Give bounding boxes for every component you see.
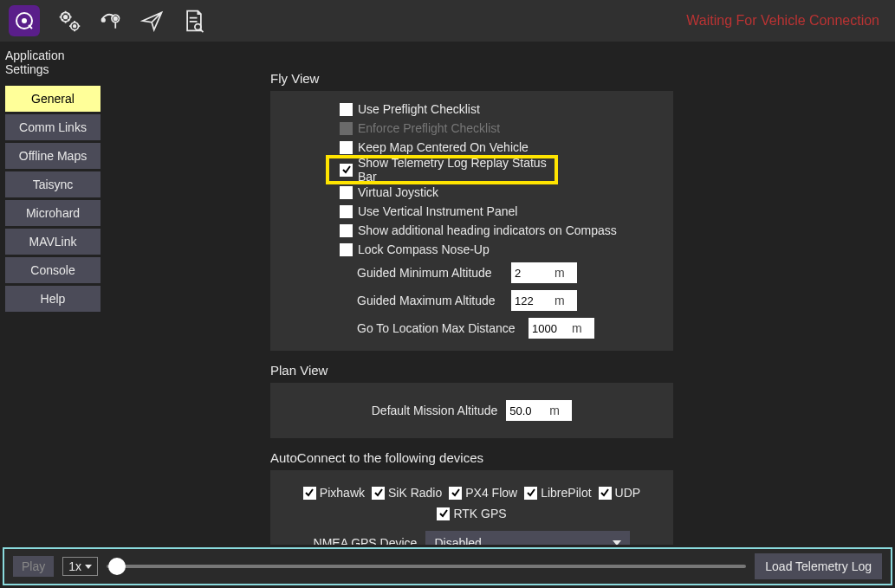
- checkbox-icon[interactable]: [449, 487, 462, 500]
- settings-main: Fly View Use Preflight Checklist Enforce…: [106, 42, 895, 545]
- settings-gears-icon[interactable]: [57, 9, 81, 33]
- sidebar-item-microhard[interactable]: Microhard: [5, 200, 101, 226]
- svg-point-6: [102, 18, 106, 22]
- check-telemetry-replay-bar[interactable]: Show Telemetry Log Replay Status Bar: [328, 157, 556, 183]
- chevron-down-icon: [85, 565, 92, 569]
- checkbox-icon: [340, 122, 353, 135]
- min-altitude-input[interactable]: [511, 263, 555, 282]
- check-enforce-preflight: Enforce Preflight Checklist: [270, 119, 673, 138]
- check-label: Use Preflight Checklist: [358, 102, 480, 116]
- check-label: Pixhawk: [320, 486, 365, 500]
- svg-point-1: [22, 18, 27, 23]
- row-max-altitude: Guided Maximum Altitude m: [270, 287, 673, 314]
- sidebar-item-taisync[interactable]: Taisync: [5, 171, 101, 197]
- unit-label: m: [555, 294, 572, 307]
- ac-rtk-gps[interactable]: RTK GPS: [437, 507, 506, 520]
- playback-speed-select[interactable]: 1x: [62, 557, 98, 576]
- check-label: PX4 Flow: [465, 486, 517, 500]
- checkbox-icon[interactable]: [340, 205, 353, 218]
- sidebar-item-console[interactable]: Console: [5, 257, 101, 283]
- replay-slider[interactable]: [107, 565, 746, 568]
- checkbox-icon[interactable]: [340, 164, 353, 177]
- sidebar-item-comm-links[interactable]: Comm Links: [5, 114, 101, 140]
- load-telemetry-button[interactable]: Load Telemetry Log: [755, 553, 882, 579]
- planview-panel: Default Mission Altitude m: [270, 383, 673, 438]
- ac-pixhawk[interactable]: Pixhawk: [303, 486, 365, 500]
- telemetry-replay-bar: Play 1x Load Telemetry Log: [3, 547, 892, 585]
- unit-label: m: [549, 404, 567, 417]
- autoconnect-panel: Pixhawk SiK Radio PX4 Flow LibrePilot UD…: [270, 470, 673, 545]
- play-button[interactable]: Play: [13, 556, 54, 577]
- sidebar-item-offline-maps[interactable]: Offline Maps: [5, 143, 101, 169]
- checkbox-icon[interactable]: [437, 507, 450, 520]
- check-label: LibrePilot: [541, 486, 591, 500]
- ac-sik-radio[interactable]: SiK Radio: [372, 486, 442, 500]
- svg-point-5: [74, 25, 76, 28]
- field-label: Guided Minimum Altitude: [357, 266, 504, 280]
- ac-udp[interactable]: UDP: [599, 486, 641, 500]
- row-nmea-device: NMEA GPS Device Disabled: [270, 527, 673, 545]
- check-heading-indicators[interactable]: Show additional heading indicators on Co…: [270, 221, 673, 240]
- check-label: Use Vertical Instrument Panel: [358, 204, 517, 218]
- checkbox-icon[interactable]: [303, 487, 316, 500]
- check-label: SiK Radio: [388, 486, 442, 500]
- sidebar-item-mavlink[interactable]: MAVLink: [5, 229, 101, 255]
- connection-status: Waiting For Vehicle Connection: [686, 13, 886, 29]
- check-label: Enforce Preflight Checklist: [358, 121, 500, 135]
- checkbox-icon[interactable]: [524, 487, 537, 500]
- slider-thumb[interactable]: [108, 558, 126, 575]
- speed-value: 1x: [68, 559, 81, 573]
- ac-px4-flow[interactable]: PX4 Flow: [449, 486, 517, 500]
- check-label: UDP: [615, 486, 641, 500]
- app-logo-icon[interactable]: [9, 5, 40, 36]
- row-min-altitude: Guided Minimum Altitude m: [270, 259, 673, 287]
- ac-librepilot[interactable]: LibrePilot: [524, 486, 591, 500]
- checkbox-icon[interactable]: [340, 141, 353, 154]
- sidebar-item-help[interactable]: Help: [5, 286, 101, 312]
- row-goto-distance: Go To Location Max Distance m: [270, 314, 673, 342]
- waypoint-pin-icon[interactable]: [99, 9, 123, 33]
- svg-point-8: [195, 24, 201, 30]
- unit-label: m: [572, 321, 589, 335]
- autoconnect-title: AutoConnect to the following devices: [270, 450, 895, 465]
- check-preflight[interactable]: Use Preflight Checklist: [270, 100, 673, 119]
- check-label: Virtual Joystick: [358, 185, 438, 199]
- check-keep-centered[interactable]: Keep Map Centered On Vehicle: [270, 138, 673, 157]
- row-mission-altitude: Default Mission Altitude m: [270, 391, 673, 430]
- top-toolbar: Waiting For Vehicle Connection: [0, 0, 895, 42]
- checkbox-icon[interactable]: [340, 103, 353, 116]
- select-value: Disabled: [434, 536, 481, 545]
- check-label: Lock Compass Nose-Up: [358, 242, 490, 256]
- field-label: Go To Location Max Distance: [357, 321, 522, 335]
- checkbox-icon[interactable]: [372, 487, 385, 500]
- nmea-device-select[interactable]: Disabled: [425, 531, 630, 545]
- mission-altitude-input[interactable]: [506, 401, 549, 420]
- field-label: NMEA GPS Device: [314, 536, 418, 545]
- check-label: Show Telemetry Log Replay Status Bar: [358, 156, 556, 184]
- settings-sidebar: Application Settings General Comm Links …: [0, 42, 106, 545]
- check-vertical-panel[interactable]: Use Vertical Instrument Panel: [270, 202, 673, 221]
- planview-title: Plan View: [270, 363, 895, 378]
- check-label: RTK GPS: [453, 507, 506, 520]
- field-label: Guided Maximum Altitude: [357, 294, 504, 307]
- sidebar-title: Application Settings: [0, 45, 106, 83]
- checkbox-icon[interactable]: [340, 224, 353, 237]
- goto-distance-input[interactable]: [529, 319, 572, 338]
- check-lock-compass[interactable]: Lock Compass Nose-Up: [270, 240, 673, 259]
- max-altitude-input[interactable]: [511, 291, 555, 310]
- field-label: Default Mission Altitude: [372, 404, 498, 417]
- unit-label: m: [555, 266, 572, 280]
- autoconnect-checks: Pixhawk SiK Radio PX4 Flow LibrePilot UD…: [270, 479, 673, 527]
- checkbox-icon[interactable]: [340, 186, 353, 199]
- svg-point-3: [64, 16, 68, 19]
- check-label: Show additional heading indicators on Co…: [358, 223, 617, 237]
- analyze-doc-icon[interactable]: [182, 9, 206, 33]
- check-virtual-joystick[interactable]: Virtual Joystick: [270, 183, 673, 202]
- sidebar-item-general[interactable]: General: [5, 86, 101, 112]
- flyview-panel: Use Preflight Checklist Enforce Prefligh…: [270, 91, 673, 351]
- flyview-title: Fly View: [270, 71, 895, 86]
- checkbox-icon[interactable]: [340, 243, 353, 256]
- check-label: Keep Map Centered On Vehicle: [358, 140, 529, 154]
- send-plane-icon[interactable]: [140, 9, 165, 33]
- checkbox-icon[interactable]: [599, 487, 612, 500]
